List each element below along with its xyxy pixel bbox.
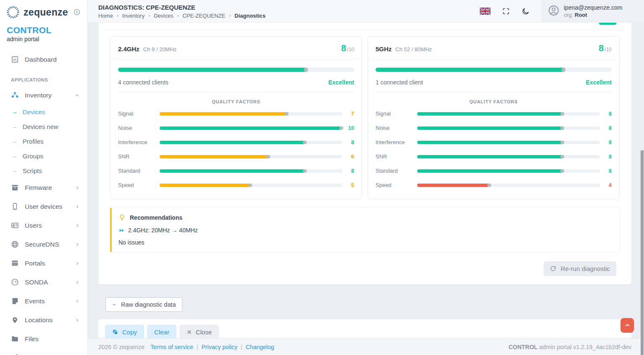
page-title: DIAGNOSTICS: CPE-ZEQUENZE [98, 4, 265, 11]
footer-links: Terms of service | Privacy policy | Chan… [150, 344, 274, 350]
sidebar-item-dashboard[interactable]: Dashboard [0, 50, 87, 69]
factor-row: Standard 8 [118, 168, 354, 174]
band-card-2-4ghz: 2.4GHz Ch 9 / 20MHz 8 /10 [110, 36, 362, 199]
scroll-to-top-button[interactable] [620, 318, 634, 333]
breadcrumb-home[interactable]: Home [98, 13, 113, 19]
sidebar-item-label: SecureDNS [25, 241, 59, 248]
sidebar-item-devices-new[interactable]: – Devices new [0, 119, 87, 134]
sidebar-item-user-devices[interactable]: User devices [0, 197, 87, 216]
chevron-down-icon [112, 302, 117, 307]
lightbulb-icon [118, 214, 126, 221]
breadcrumb-separator: › [148, 13, 150, 18]
sidebar-item-files[interactable]: Files [0, 329, 87, 348]
user-org: org: Root [564, 12, 623, 18]
fullscreen-icon[interactable] [502, 7, 510, 15]
copy-button[interactable]: Copy [105, 325, 144, 338]
sidebar-item-label: SONDA [25, 279, 48, 286]
note-icon [11, 297, 19, 305]
sidebar-item-label: Portals [25, 260, 45, 267]
dash-icon: – [13, 109, 16, 116]
refresh-icon [550, 266, 556, 272]
sidebar-item-label: Devices [23, 108, 45, 116]
browser-window-icon [11, 259, 19, 267]
sidebar-item-inventory[interactable]: Inventory [0, 86, 87, 105]
sidebar-item-portals[interactable]: Portals [0, 254, 87, 273]
sidebar-item-label: Inventory [25, 92, 52, 99]
overall-progressbar [376, 68, 612, 72]
quality-factors-title: QUALITY FACTORS [118, 92, 354, 110]
pipe-separator: | [241, 344, 242, 350]
breadcrumb-device[interactable]: CPE-ZEQUENZE [182, 13, 225, 19]
sidebar-item-links[interactable]: Links [0, 348, 87, 355]
sidebar-item-label: Devices new [23, 123, 58, 130]
app-window: zequenze CONTROL admin portal Dashboard … [0, 0, 644, 355]
breadcrumb-inventory[interactable]: Inventory [122, 13, 145, 19]
sidebar-item-sonda[interactable]: SONDA [0, 273, 87, 292]
chevron-right-icon [75, 280, 80, 285]
factor-row: Signal 8 [376, 110, 612, 117]
gauge-icon [11, 278, 19, 286]
portal-block: CONTROL admin portal [0, 19, 87, 42]
sidebar-item-locations[interactable]: Locations [0, 310, 87, 329]
factor-row: Speed 4 [376, 182, 612, 188]
changelog-link[interactable]: Changelog [246, 344, 274, 350]
chevron-down-icon [74, 92, 80, 98]
card-header: 5GHz Ch 52 / 80MHz 8 /10 [368, 37, 619, 60]
actions-strip: Copy Clear Close [98, 319, 631, 338]
user-email: ipena@zequenze.com [564, 4, 623, 11]
factor-bar [160, 155, 342, 158]
channel-label: Ch 9 / 20MHz [143, 46, 176, 53]
sidebar-collapse-icon[interactable] [73, 8, 81, 16]
overall-progressbar [118, 68, 354, 72]
sidebar-item-groups[interactable]: – Groups [0, 149, 87, 163]
sidebar: zequenze CONTROL admin portal Dashboard … [0, 0, 88, 355]
score-suffix: /10 [347, 47, 354, 53]
vertical-scrollbar-thumb[interactable] [641, 150, 644, 355]
user-menu[interactable]: ipena@zequenze.com org: Root [541, 0, 644, 22]
recommendations-title: Recommendations [130, 214, 182, 221]
fast-forward-icon [118, 227, 125, 234]
factor-bar [417, 126, 600, 130]
sidebar-item-users[interactable]: Users [0, 216, 87, 235]
sidebar-item-label: Firmware [25, 184, 52, 192]
factor-row: SNR 6 [118, 153, 354, 160]
rerun-row: Re-run diagnostic [98, 252, 631, 276]
sidebar-item-scripts[interactable]: – Scripts [0, 163, 87, 178]
privacy-link[interactable]: Privacy policy [202, 344, 238, 350]
language-flag-icon[interactable] [480, 8, 491, 15]
recommendations-title-row: Recommendations [118, 214, 612, 221]
sidebar-item-profiles[interactable]: – Profiles [0, 134, 87, 149]
portal-name: CONTROL [7, 25, 81, 35]
sidebar-item-label: Profiles [23, 138, 44, 145]
breadcrumb-devices[interactable]: Devices [154, 13, 173, 19]
smartphone-icon [11, 202, 19, 210]
band-cards: 2.4GHz Ch 9 / 20MHz 8 /10 [98, 30, 631, 199]
copyright: 2026 © zequenze [98, 344, 145, 350]
factor-bar [160, 126, 342, 130]
factor-row: Interference 8 [118, 139, 354, 145]
terms-link[interactable]: Terms of service [150, 344, 193, 350]
diagnostics-panel: 2 3 8/10 2.4GHz Ch 9 / 20MHz 8 [98, 23, 631, 284]
factor-bar [160, 141, 342, 144]
chevron-right-icon [75, 299, 80, 304]
clear-button[interactable]: Clear [147, 325, 176, 338]
sidebar-item-label: Scripts [23, 167, 42, 174]
sidebar-item-securedns[interactable]: SecureDNS [0, 235, 87, 254]
id-card-icon [11, 221, 19, 229]
score-suffix: /10 [605, 47, 612, 53]
sidebar-item-label: Users [25, 222, 42, 229]
sidebar-item-label: Groups [23, 153, 43, 160]
close-button[interactable]: Close [179, 325, 219, 338]
sidebar-item-events[interactable]: Events [0, 292, 87, 310]
sidebar-item-firmware[interactable]: Firmware [0, 178, 87, 197]
raw-diagnostic-data-toggle[interactable]: Raw diagnostic data [105, 297, 182, 312]
dash-icon: – [13, 138, 16, 145]
connected-clients: 4 connected clients [118, 79, 168, 86]
footer-version: admin portal v1.2.19_4ac1b2df-dev [539, 344, 631, 350]
sidebar-item-devices[interactable]: – Devices [0, 105, 87, 119]
factor-bar [417, 169, 600, 173]
band-label: 5GHz [376, 45, 392, 53]
factor-bar [160, 169, 342, 173]
rerun-diagnostic-button[interactable]: Re-run diagnostic [544, 261, 616, 276]
dark-mode-moon-icon[interactable] [521, 7, 530, 16]
